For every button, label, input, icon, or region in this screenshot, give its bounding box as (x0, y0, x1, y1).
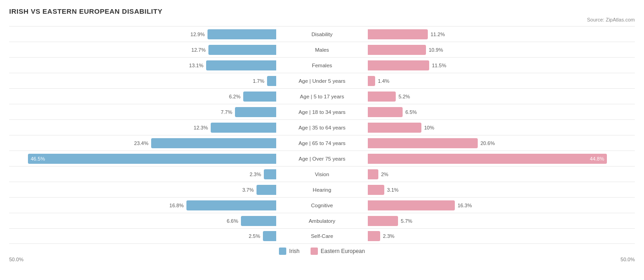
bar-ee: 2.3% (368, 231, 380, 241)
bar-ee: 5.7% (368, 216, 398, 226)
value-ee: 5.7% (401, 218, 412, 224)
bar-irish: 46.5% (28, 154, 276, 164)
value-irish: 23.4% (134, 140, 148, 146)
right-side: 5.2% (368, 89, 635, 104)
right-side: 11.5% (368, 58, 635, 73)
chart-row: 12.7%Males10.9% (9, 42, 635, 57)
value-irish: 2.5% (249, 233, 260, 239)
value-ee: 11.5% (432, 63, 446, 68)
bar-container: 12.7%Males10.9% (9, 42, 635, 57)
left-side: 12.7% (9, 42, 276, 57)
value-irish: 7.7% (221, 109, 232, 115)
right-side: 5.7% (368, 213, 635, 228)
bar-irish: 12.7% (208, 45, 276, 55)
left-side: 6.6% (9, 213, 276, 228)
right-side: 2.3% (368, 229, 635, 243)
right-side: 44.8% (368, 151, 635, 166)
bar-ee: 5.2% (368, 92, 396, 102)
value-irish: 12.7% (191, 47, 206, 53)
value-irish: 6.2% (229, 94, 240, 99)
value-ee: 10.9% (429, 47, 443, 53)
row-label: Self-Care (276, 233, 368, 239)
value-ee: 10% (424, 125, 434, 130)
legend-ee: Eastern European (311, 248, 365, 255)
bar-irish: 23.4% (151, 138, 276, 148)
left-side: 6.2% (9, 89, 276, 104)
row-label: Males (276, 47, 368, 53)
right-side: 2% (368, 167, 635, 182)
row-label: Age | 18 to 34 years (276, 109, 368, 115)
chart-row: 12.9%Disability11.2% (9, 26, 635, 42)
bar-container: 13.1%Females11.5% (9, 58, 635, 73)
bar-container: 12.3%Age | 35 to 64 years10% (9, 120, 635, 135)
right-side: 16.3% (368, 198, 635, 213)
chart-row: 7.7%Age | 18 to 34 years6.5% (9, 104, 635, 119)
row-label: Cognitive (276, 203, 368, 208)
left-side: 3.7% (9, 182, 276, 197)
chart-row: 2.3%Vision2% (9, 166, 635, 182)
bar-irish: 13.1% (206, 60, 276, 70)
bar-ee: 16.3% (368, 200, 455, 210)
right-side: 10% (368, 120, 635, 135)
bar-irish: 16.8% (186, 200, 276, 210)
value-ee: 11.2% (431, 32, 445, 37)
bar-container: 7.7%Age | 18 to 34 years6.5% (9, 104, 635, 119)
value-ee: 20.6% (480, 140, 495, 146)
right-side: 20.6% (368, 135, 635, 151)
left-side: 7.7% (9, 104, 276, 119)
right-side: 3.1% (368, 182, 635, 197)
legend-irish-box (279, 248, 286, 255)
left-side: 12.9% (9, 27, 276, 42)
bar-container: 46.5%Age | Over 75 years44.8% (9, 151, 635, 166)
chart-row: 13.1%Females11.5% (9, 57, 635, 73)
chart-row: 12.3%Age | 35 to 64 years10% (9, 119, 635, 135)
left-side: 2.5% (9, 229, 276, 243)
value-irish: 1.7% (253, 78, 264, 84)
left-side: 23.4% (9, 135, 276, 151)
bar-container: 23.4%Age | 65 to 74 years20.6% (9, 135, 635, 151)
legend-irish: Irish (279, 248, 300, 255)
row-label: Hearing (276, 187, 368, 193)
axis-right: 50.0% (368, 257, 635, 262)
value-ee: 1.4% (378, 78, 389, 84)
legend-irish-label: Irish (289, 248, 300, 254)
row-label: Disability (276, 32, 368, 37)
value-irish: 12.9% (191, 32, 205, 37)
right-side: 1.4% (368, 73, 635, 88)
chart-area: 12.9%Disability11.2%12.7%Males10.9%13.1%… (9, 26, 635, 244)
value-ee: 6.5% (405, 109, 417, 115)
chart-row: 6.6%Ambulatory5.7% (9, 213, 635, 228)
bar-irish: 6.2% (243, 92, 276, 102)
bar-ee: 1.4% (368, 76, 375, 86)
value-irish: 2.3% (250, 172, 261, 177)
chart-row: 6.2%Age | 5 to 17 years5.2% (9, 88, 635, 104)
value-irish: 6.6% (227, 218, 238, 224)
legend: Irish Eastern European (9, 248, 635, 255)
value-irish: 16.8% (169, 203, 184, 208)
row-label: Age | 35 to 64 years (276, 125, 368, 130)
bar-container: 2.5%Self-Care2.3% (9, 229, 635, 243)
value-irish: 3.7% (242, 187, 254, 193)
legend-ee-box (311, 248, 318, 255)
bar-container: 2.3%Vision2% (9, 167, 635, 182)
value-irish: 46.5% (31, 156, 45, 162)
chart-row: 3.7%Hearing3.1% (9, 182, 635, 197)
bar-irish: 7.7% (235, 107, 276, 117)
bar-irish: 6.6% (241, 216, 276, 226)
bar-container: 6.2%Age | 5 to 17 years5.2% (9, 89, 635, 104)
value-ee: 3.1% (387, 187, 398, 193)
left-side: 12.3% (9, 120, 276, 135)
bar-ee: 3.1% (368, 185, 384, 195)
chart-title: IRISH VS EASTERN EUROPEAN DISABILITY (9, 7, 635, 15)
right-side: 6.5% (368, 104, 635, 119)
row-label: Females (276, 63, 368, 68)
chart-row: 1.7%Age | Under 5 years1.4% (9, 73, 635, 88)
bar-ee: 10.9% (368, 45, 426, 55)
legend-ee-label: Eastern European (321, 248, 365, 254)
chart-row: 16.8%Cognitive16.3% (9, 197, 635, 213)
bar-container: 1.7%Age | Under 5 years1.4% (9, 73, 635, 88)
row-label: Age | 65 to 74 years (276, 140, 368, 146)
left-side: 2.3% (9, 167, 276, 182)
value-irish: 12.3% (194, 125, 208, 130)
left-side: 46.5% (9, 151, 276, 166)
